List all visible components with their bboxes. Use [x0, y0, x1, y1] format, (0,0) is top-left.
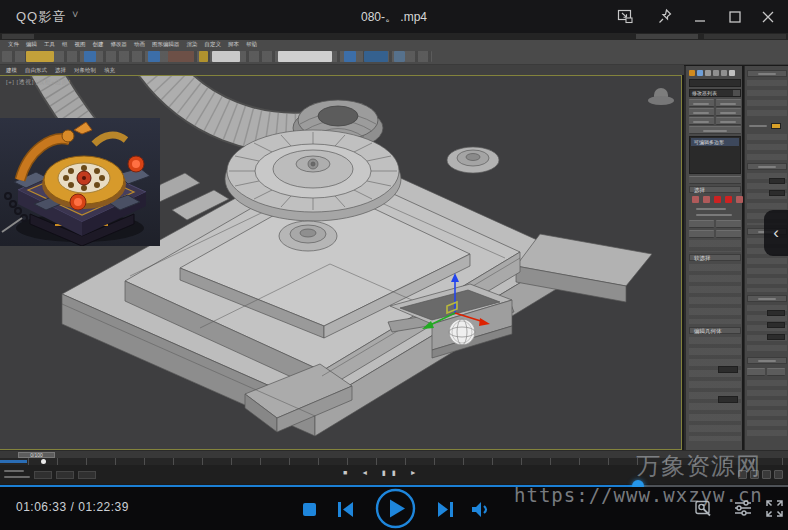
- max-menubar: 文件 编辑 工具 组 视图 创建 修改器 动画 图形编辑器 渲染 自定义 脚本 …: [0, 40, 788, 48]
- next-button[interactable]: [436, 501, 454, 522]
- player-window: QQ影音 ˅ 080-。 .mp4 文件 编辑 工具 组: [0, 0, 788, 530]
- max-command-panel: 修改器列表 可编辑多边形 选择: [684, 66, 742, 450]
- object-name-field: [689, 79, 741, 87]
- menu-item: 脚本: [228, 40, 239, 48]
- pin-on-top-icon[interactable]: [655, 7, 675, 26]
- menu-item: 组: [62, 40, 68, 48]
- hierarchy-tab-icon: [705, 70, 711, 76]
- steering-wheel-icon[interactable]: [648, 88, 674, 106]
- menu-item: 动画: [134, 40, 145, 48]
- subobject-icons[interactable]: [692, 196, 743, 203]
- playlist-toggle[interactable]: ‹: [764, 210, 788, 256]
- ribbon-tab: 对象绘制: [74, 67, 96, 74]
- reference-image: [0, 118, 160, 246]
- menu-item: 文件: [8, 40, 19, 48]
- stop-button[interactable]: [303, 503, 316, 516]
- titlebar[interactable]: QQ影音 ˅ 080-。 .mp4: [0, 0, 788, 33]
- modifier-stack: 可编辑多边形: [689, 136, 741, 174]
- modifier-list-label: 修改器列表: [692, 90, 717, 96]
- editor-icons: [364, 51, 388, 62]
- max-side-panel: [744, 66, 788, 450]
- orbit-tool-icon: [762, 470, 771, 479]
- track-slider-dot: [41, 459, 46, 464]
- max-ribbon-tabs: 建模 自由形式 选择 对象绘制 填充: [0, 65, 684, 75]
- ribbon-tab: 填充: [104, 67, 115, 74]
- ribbon-tab: 自由形式: [25, 67, 47, 74]
- command-panel-tabs: [689, 70, 735, 76]
- rollout-selection[interactable]: 选择: [689, 186, 741, 193]
- time-display: 01:06:33 / 01:22:39: [16, 500, 129, 514]
- create-tab-icon: [689, 70, 695, 76]
- snap-icon: [148, 51, 160, 62]
- video-frame[interactable]: 文件 编辑 工具 组 视图 创建 修改器 动画 图形编辑器 渲染 自定义 脚本 …: [0, 33, 788, 487]
- menu-item: 帮助: [246, 40, 257, 48]
- max-time-slider: 0/100: [0, 450, 788, 458]
- minimize-button[interactable]: [690, 7, 710, 26]
- menu-item: 视图: [75, 40, 86, 48]
- menu-item: 渲染: [187, 40, 198, 48]
- control-bar: 01:06:33 / 01:22:39: [0, 487, 788, 530]
- zoom-tool-icon: [738, 470, 747, 479]
- display-tab-icon: [721, 70, 727, 76]
- ribbon-tab: 选择: [55, 67, 66, 74]
- maximize-viewport-icon: [774, 470, 783, 479]
- menu-item: 工具: [44, 40, 55, 48]
- menu-item: 自定义: [205, 40, 222, 48]
- viewport-label: [+] [透视] [线框+边面]: [6, 78, 70, 87]
- toolbar-field: [212, 51, 240, 62]
- menu-item: 创建: [93, 40, 104, 48]
- menu-item: 编辑: [26, 40, 37, 48]
- track-highlight: [0, 460, 27, 463]
- modifier-list-dropdown: 修改器列表: [689, 89, 741, 97]
- menu-item: 图形编辑器: [152, 40, 180, 48]
- transform-icons: [168, 51, 194, 62]
- motion-tab-icon: [713, 70, 719, 76]
- utilities-tab-icon: [729, 70, 735, 76]
- pan-tool-icon: [750, 470, 759, 479]
- play-button[interactable]: [375, 488, 416, 530]
- previous-button[interactable]: [337, 501, 355, 522]
- layer-icon: [344, 51, 356, 62]
- link-icons: [26, 51, 54, 62]
- max-main-toolbar: [0, 48, 788, 65]
- render-icon: [394, 51, 405, 62]
- modify-tab-icon: [697, 70, 703, 76]
- ribbon-tab: 建模: [6, 67, 17, 74]
- mini-mode-icon[interactable]: [615, 7, 635, 26]
- named-selection-field: [278, 51, 332, 62]
- color-swatch[interactable]: [771, 123, 781, 129]
- mirror-icon: [199, 51, 208, 62]
- chevron-left-icon: ‹: [773, 223, 779, 243]
- max-track-bar: [0, 458, 788, 465]
- max-playback-buttons: ■ ◄ ▮▮ ►: [343, 469, 423, 477]
- max-viewport: [+] [透视] [线框+边面]: [0, 75, 682, 450]
- rollout-soft-selection[interactable]: 软选择: [689, 254, 741, 261]
- rollout-edit-geometry[interactable]: 编辑几何体: [689, 327, 741, 334]
- volume-button[interactable]: [471, 501, 492, 522]
- max-window-titlebar: [0, 33, 788, 40]
- stack-item-editable-poly[interactable]: 可编辑多边形: [691, 138, 739, 146]
- maximize-button[interactable]: [725, 7, 745, 26]
- screenshot-tool-button[interactable]: [694, 499, 713, 522]
- close-button[interactable]: [758, 7, 778, 26]
- menu-item: 修改器: [111, 40, 128, 48]
- settings-button[interactable]: [733, 499, 753, 521]
- fullscreen-button[interactable]: [765, 499, 784, 522]
- select-by-name-icon: [84, 51, 96, 62]
